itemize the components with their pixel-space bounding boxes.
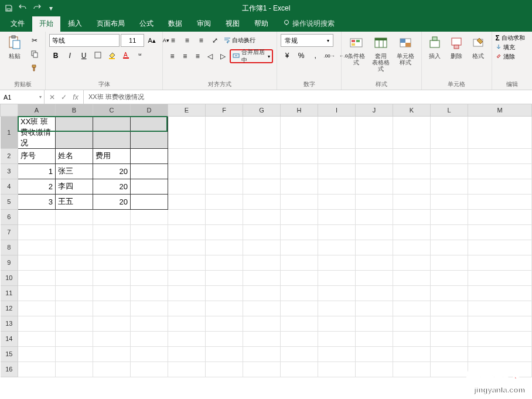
col-header-D[interactable]: D [131, 104, 168, 116]
cell-B1[interactable] [56, 116, 93, 148]
bold-button[interactable]: B [49, 49, 62, 62]
select-all-button[interactable] [1, 104, 18, 116]
align-bottom-button[interactable]: ≡ [195, 34, 207, 47]
row-header-5[interactable]: 5 [1, 194, 18, 209]
orientation-button[interactable]: ⤢ [209, 34, 221, 47]
row-header-13[interactable]: 13 [1, 316, 18, 331]
increase-indent-button[interactable]: ▷ [217, 50, 229, 63]
cell-styles-button[interactable]: 单元格样式 [394, 34, 417, 66]
tab-layout[interactable]: 页面布局 [90, 16, 132, 32]
col-header-L[interactable]: L [431, 104, 468, 116]
row-header-15[interactable]: 15 [1, 346, 18, 362]
cell-B3[interactable]: 张三 [56, 163, 93, 179]
cell-A1[interactable]: XX班 班费收缴情况 [18, 116, 56, 148]
cancel-button[interactable]: ✕ [47, 93, 57, 101]
tab-help[interactable]: 帮助 [247, 16, 275, 32]
cell-K1[interactable] [393, 116, 431, 148]
cell-C1[interactable] [93, 116, 131, 148]
tab-formulas[interactable]: 公式 [132, 16, 161, 32]
row-header-16[interactable]: 16 [1, 362, 18, 377]
cut-button[interactable]: ✂ [28, 34, 41, 47]
col-header-F[interactable]: F [206, 104, 243, 116]
col-header-K[interactable]: K [393, 104, 431, 116]
cell-A4[interactable]: 2 [18, 179, 56, 194]
format-cells-button[interactable]: 格式 [469, 34, 488, 59]
row-header-1[interactable]: 1 [1, 116, 18, 148]
enter-button[interactable]: ✓ [59, 93, 69, 101]
col-header-B[interactable]: B [56, 104, 93, 116]
cell-C3[interactable]: 20 [93, 163, 131, 179]
cell-E1[interactable] [168, 116, 206, 148]
col-header-E[interactable]: E [168, 104, 206, 116]
currency-button[interactable]: ¥ [281, 49, 294, 62]
increase-decimal-button[interactable]: .00→ [323, 49, 336, 62]
row-header-2[interactable]: 2 [1, 148, 18, 163]
ruby-button[interactable]: ᵂ [134, 49, 146, 62]
name-box[interactable]: A1 ▾ [0, 90, 45, 104]
tab-review[interactable]: 审阅 [190, 16, 218, 32]
row-header-7[interactable]: 7 [1, 224, 18, 240]
row-header-4[interactable]: 4 [1, 179, 18, 194]
row-header-10[interactable]: 10 [1, 270, 18, 285]
font-size-input[interactable]: 11 [121, 34, 144, 47]
copy-button[interactable] [28, 48, 41, 61]
cell-A2[interactable]: 序号 [18, 148, 56, 163]
cell-A5[interactable]: 3 [18, 194, 56, 209]
align-center-button[interactable]: ≡ [179, 50, 191, 63]
fill-button[interactable]: 填充 [496, 43, 515, 52]
clear-button[interactable]: 清除 [496, 53, 515, 61]
tell-me-search[interactable]: 操作说明搜索 [276, 16, 342, 32]
col-header-M[interactable]: M [468, 104, 532, 116]
cell-I1[interactable] [318, 116, 356, 148]
increase-font-button[interactable]: A▴ [145, 34, 158, 47]
cell-G1[interactable] [243, 116, 281, 148]
fx-button[interactable]: fx [70, 93, 81, 101]
col-header-G[interactable]: G [243, 104, 281, 116]
conditional-format-button[interactable]: 条件格式 [345, 34, 367, 66]
row-header-8[interactable]: 8 [1, 240, 18, 255]
cell-F1[interactable] [206, 116, 243, 148]
fill-color-button[interactable] [105, 49, 118, 62]
formula-input[interactable]: XX班 班费收缴情况 [84, 93, 532, 101]
cell-A3[interactable]: 1 [18, 163, 56, 179]
underline-button[interactable]: U [77, 49, 90, 62]
italic-button[interactable]: I [63, 49, 76, 62]
worksheet-grid[interactable]: A B C D E F G H I J K L M 1 XX班 班费收缴情况 [0, 104, 532, 399]
cell-D1[interactable] [131, 116, 168, 148]
col-header-H[interactable]: H [281, 104, 318, 116]
merge-center-button[interactable]: 合并后居中 ▾ [230, 49, 273, 63]
cell-C4[interactable]: 20 [93, 179, 131, 194]
col-header-A[interactable]: A [18, 104, 56, 116]
col-header-C[interactable]: C [93, 104, 131, 116]
percent-button[interactable]: % [295, 49, 308, 62]
row-header-9[interactable]: 9 [1, 255, 18, 270]
save-icon[interactable] [4, 3, 14, 13]
redo-icon[interactable] [32, 3, 42, 13]
row-header-3[interactable]: 3 [1, 163, 18, 179]
col-header-I[interactable]: I [318, 104, 356, 116]
cell-B5[interactable]: 王五 [56, 194, 93, 209]
format-painter-button[interactable] [28, 62, 41, 75]
cell-C5[interactable]: 20 [93, 194, 131, 209]
paste-button[interactable]: 粘贴 [4, 34, 26, 59]
cell-D5[interactable] [131, 194, 168, 209]
row-header-6[interactable]: 6 [1, 209, 18, 224]
number-format-select[interactable]: 常规 ▾ [281, 34, 333, 47]
col-header-J[interactable]: J [356, 104, 393, 116]
font-name-input[interactable]: 等线 [49, 34, 120, 47]
qat-dropdown-icon[interactable]: ▾ [46, 3, 56, 13]
cell-D4[interactable] [131, 179, 168, 194]
cell-M1[interactable] [468, 116, 532, 148]
align-left-button[interactable]: ≡ [166, 50, 178, 63]
align-right-button[interactable]: ≡ [192, 50, 203, 63]
row-header-14[interactable]: 14 [1, 331, 18, 346]
tab-home[interactable]: 开始 [32, 16, 60, 32]
decrease-indent-button[interactable]: ◁ [204, 50, 216, 63]
border-button[interactable] [91, 49, 104, 62]
autosum-button[interactable]: Σ 自动求和 [496, 34, 525, 42]
cell-L1[interactable] [431, 116, 468, 148]
tab-data[interactable]: 数据 [161, 16, 189, 32]
cell-H1[interactable] [281, 116, 318, 148]
row-header-12[interactable]: 12 [1, 301, 18, 316]
cell-J1[interactable] [356, 116, 393, 148]
